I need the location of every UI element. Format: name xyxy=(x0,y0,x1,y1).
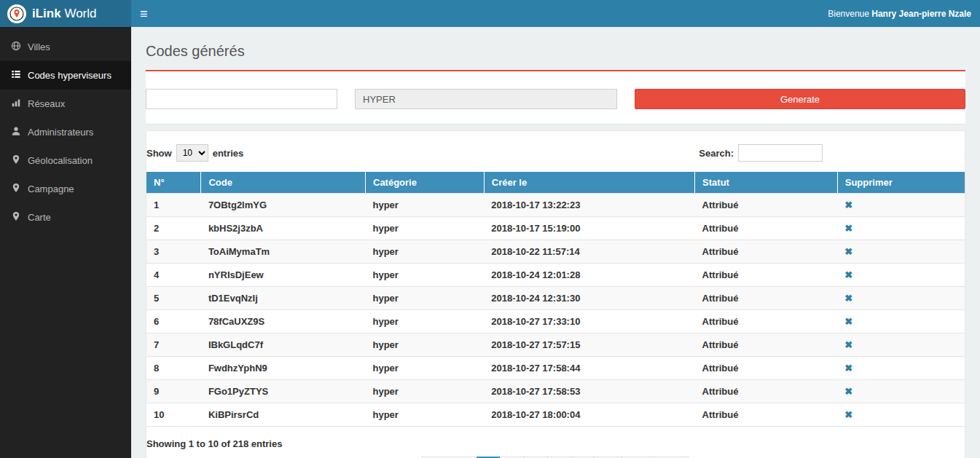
brand: iLink World xyxy=(0,0,131,27)
table-row: 5 tD1EvqNzIj hyper 2018-10-24 12:31:30 A… xyxy=(146,287,965,310)
cell-num: 8 xyxy=(146,357,201,380)
cell-category: hyper xyxy=(366,194,485,217)
cell-num: 9 xyxy=(146,380,201,403)
cell-code: tD1EvqNzIj xyxy=(201,287,366,310)
col-header-num[interactable]: N° xyxy=(146,172,201,194)
generate-panel: Generate xyxy=(146,70,965,125)
cell-code: nYRIsDjEew xyxy=(201,264,366,287)
cell-num: 3 xyxy=(146,240,201,264)
table-panel: Show 10 entries Search: N° Code Catég xyxy=(146,130,965,458)
col-header-creer-le[interactable]: Créer le xyxy=(484,172,694,194)
map-marker-icon xyxy=(11,154,21,167)
cell-num: 10 xyxy=(146,403,201,427)
cell-status: Attribué xyxy=(695,380,838,403)
count-input[interactable] xyxy=(146,89,337,109)
sidebar-item-label: Campagne xyxy=(28,183,74,194)
cell-status: Attribué xyxy=(695,333,838,357)
generate-button[interactable]: Generate xyxy=(635,89,965,109)
sidebar-item-villes[interactable]: Villes xyxy=(0,33,131,61)
delete-icon[interactable]: ✖ xyxy=(844,293,852,304)
top-bar: iLink World ≡ Bienvenue Hanry Jean-pierr… xyxy=(0,0,980,27)
cell-code: FGo1PyZTYS xyxy=(201,380,366,403)
delete-icon[interactable]: ✖ xyxy=(844,246,852,257)
cell-created: 2018-10-24 12:31:30 xyxy=(484,287,694,310)
cell-category: hyper xyxy=(366,333,485,357)
delete-icon[interactable]: ✖ xyxy=(844,339,852,350)
show-label: Show xyxy=(146,148,172,159)
col-header-code[interactable]: Code xyxy=(201,172,366,194)
sidebar-item-campagne[interactable]: Campagne xyxy=(0,175,131,203)
col-header-statut[interactable]: Statut xyxy=(695,172,838,194)
delete-icon[interactable]: ✖ xyxy=(844,409,852,420)
search-label: Search: xyxy=(699,148,734,159)
main-content: Codes générés Generate Show 10 entries S… xyxy=(131,27,980,458)
cell-status: Attribué xyxy=(695,264,838,287)
delete-icon[interactable]: ✖ xyxy=(844,386,852,397)
cell-category: hyper xyxy=(366,217,485,240)
col-header-supprimer[interactable]: Supprimer xyxy=(837,172,965,194)
table-row: 2 kbHS2j3zbA hyper 2018-10-17 15:19:00 A… xyxy=(146,217,965,240)
delete-icon[interactable]: ✖ xyxy=(844,200,852,210)
cell-status: Attribué xyxy=(695,217,838,240)
page-size-select[interactable]: 10 xyxy=(176,144,208,162)
sidebar-toggle-icon[interactable]: ≡ xyxy=(140,7,148,20)
cell-created: 2018-10-22 11:57:14 xyxy=(484,240,694,264)
sidebar: Villes Codes hyperviseurs Réseaux xyxy=(0,27,131,458)
col-header-categorie[interactable]: Catégorie xyxy=(366,172,485,194)
search-input[interactable] xyxy=(738,144,823,162)
sidebar-item-label: Villes xyxy=(28,42,50,52)
table-info: Showing 1 to 10 of 218 entries xyxy=(146,438,965,449)
app-title-light: World xyxy=(61,7,97,20)
delete-icon[interactable]: ✖ xyxy=(844,269,852,280)
cell-status: Attribué xyxy=(695,287,838,310)
table-row: 9 FGo1PyZTYS hyper 2018-10-27 17:58:53 A… xyxy=(146,380,965,403)
globe-icon xyxy=(11,41,21,53)
cell-created: 2018-10-27 17:58:53 xyxy=(484,380,694,403)
cell-category: hyper xyxy=(366,403,485,427)
entries-label: entries xyxy=(213,148,244,159)
cell-category: hyper xyxy=(366,264,485,287)
navbar: ≡ Bienvenue Hanry Jean-pierre Nzale xyxy=(131,0,980,27)
table-row: 3 ToAiMymaTm hyper 2018-10-22 11:57:14 A… xyxy=(146,240,965,264)
delete-icon[interactable]: ✖ xyxy=(844,316,852,327)
cell-num: 1 xyxy=(146,194,201,217)
sidebar-item-codes-hyperviseurs[interactable]: Codes hyperviseurs xyxy=(0,61,131,90)
app-title: iLink World xyxy=(32,7,96,21)
cell-code: kbHS2j3zbA xyxy=(201,217,366,240)
app-logo-icon xyxy=(7,4,26,23)
cell-num: 7 xyxy=(146,333,201,357)
list-icon xyxy=(11,69,21,82)
sidebar-item-reseaux[interactable]: Réseaux xyxy=(0,90,131,118)
cell-num: 5 xyxy=(146,287,201,310)
welcome-text: Bienvenue Hanry Jean-pierre Nzale xyxy=(828,9,971,19)
sidebar-item-administrateurs[interactable]: Administrateurs xyxy=(0,118,131,146)
cell-created: 2018-10-17 15:19:00 xyxy=(484,217,694,240)
welcome-user-name[interactable]: Hanry Jean-pierre Nzale xyxy=(871,9,971,19)
category-input[interactable] xyxy=(355,89,617,109)
cell-created: 2018-10-27 17:58:44 xyxy=(484,357,694,380)
welcome-prefix: Bienvenue xyxy=(828,9,871,19)
cell-status: Attribué xyxy=(695,403,838,427)
codes-table: N° Code Catégorie Créer le Statut Suppri… xyxy=(146,172,965,427)
app-title-bold: iLink xyxy=(32,7,61,20)
cell-num: 6 xyxy=(146,310,201,333)
sidebar-item-label: Carte xyxy=(28,212,51,223)
cell-num: 2 xyxy=(146,217,201,240)
page-length-control: Show 10 entries xyxy=(146,144,243,162)
cell-code: ToAiMymaTm xyxy=(201,240,366,264)
map-marker-icon xyxy=(11,211,21,224)
cell-status: Attribué xyxy=(695,310,838,333)
delete-icon[interactable]: ✖ xyxy=(844,363,852,374)
sidebar-item-carte[interactable]: Carte xyxy=(0,203,131,232)
cell-category: hyper xyxy=(366,357,485,380)
bar-chart-icon xyxy=(11,98,21,110)
table-row: 10 KiBPirsrCd hyper 2018-10-27 18:00:04 … xyxy=(146,403,965,427)
cell-num: 4 xyxy=(146,264,201,287)
table-header-row: N° Code Catégorie Créer le Statut Suppri… xyxy=(146,172,965,194)
table-row: 1 7OBtg2lmYG hyper 2018-10-17 13:22:23 A… xyxy=(146,194,965,217)
cell-status: Attribué xyxy=(695,194,838,217)
delete-icon[interactable]: ✖ xyxy=(844,223,852,234)
sidebar-item-geolocalisation[interactable]: Géolocalisation xyxy=(0,146,131,175)
cell-code: 78fCaUXZ9S xyxy=(201,310,366,333)
map-marker-icon xyxy=(11,183,21,195)
